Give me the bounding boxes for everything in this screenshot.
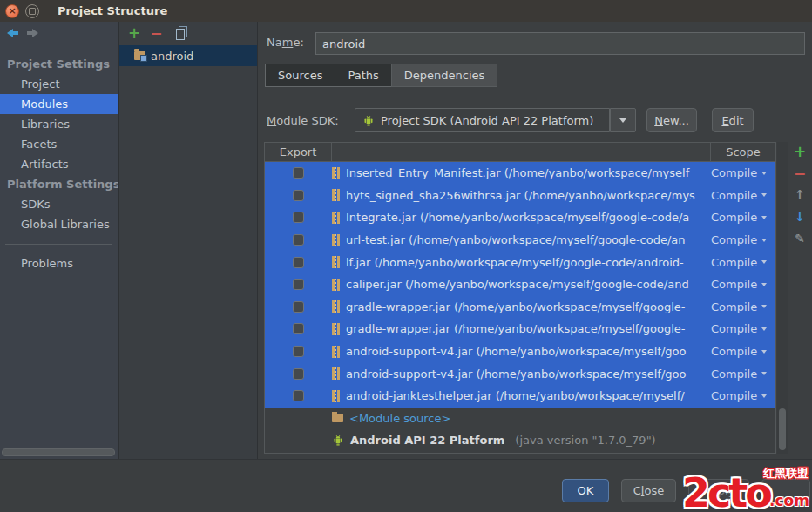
tab-paths[interactable]: Paths [335,64,391,87]
jar-icon [332,189,340,201]
maximize-icon [29,8,36,15]
module-source-row[interactable]: <Module source> [265,408,775,430]
forward-icon[interactable] [27,29,38,37]
sidebar-item-modules[interactable]: Modules [0,94,118,114]
dependency-row[interactable]: caliper.jar (/home/yanbo/workspace/mysel… [265,273,775,296]
edit-pencil-icon[interactable]: ✎ [795,231,805,246]
sdk-entry-name: Android API 22 Platform [350,434,504,447]
module-name-input[interactable] [315,32,805,55]
scope-select[interactable]: Compile [711,300,775,313]
name-column-header[interactable] [332,143,711,162]
back-icon[interactable] [7,29,18,37]
tab-dependencies[interactable]: Dependencies [391,64,498,87]
sidebar-item-problems[interactable]: Problems [0,253,118,273]
dependency-row[interactable]: Inserted_Entry_Manifest.jar (/home/yanbo… [265,162,775,185]
dependency-row[interactable]: android-janktesthelper.jar (/home/yanbo/… [265,385,775,408]
dependency-row[interactable]: lf.jar (/home/yanbo/workspace/myself/goo… [265,251,775,273]
scope-value: Compile [711,389,757,402]
sdk-dropdown-arrow[interactable] [610,108,636,132]
export-checkbox[interactable] [293,368,304,380]
export-checkbox[interactable] [293,234,304,246]
dependency-row[interactable]: gradle-wrapper.jar (/home/yanbo/workspac… [265,318,775,340]
jar-icon [332,390,340,402]
apply-button[interactable]: Apply [688,479,749,502]
module-sdk-label: Module SDK: [267,114,339,127]
edit-sdk-button[interactable]: Edit [712,108,754,132]
new-sdk-button[interactable]: New... [646,108,697,132]
export-checkbox[interactable] [293,301,304,313]
scope-select[interactable]: Compile [711,256,775,269]
move-up-icon[interactable]: ↑ [795,187,806,203]
scope-select[interactable]: Compile [711,278,775,291]
table-vertical-scrollbar[interactable] [777,142,788,454]
sidebar-item-libraries[interactable]: Libraries [0,114,118,134]
dependency-row[interactable]: gradle-wrapper.jar (/home/yanbo/workspac… [265,296,775,319]
scope-select[interactable]: Compile [711,389,775,402]
add-module-icon[interactable]: + [128,25,140,41]
help-button[interactable] [761,479,810,502]
dependency-name: android-support-v4.jar (/home/yanbo/work… [346,345,686,358]
sidebar-item-project[interactable]: Project [0,74,118,94]
close-button[interactable]: Close [621,479,676,502]
module-list-panel: + − android [119,22,258,459]
module-sdk-select[interactable]: Project SDK (Android API 22 Platform) [355,108,610,132]
export-checkbox[interactable] [293,212,304,223]
scope-value: Compile [711,189,757,202]
export-checkbox[interactable] [293,279,304,290]
chevron-down-icon [761,350,767,354]
sidebar-item-global-libraries[interactable]: Global Libraries [0,214,118,234]
dependency-row[interactable]: hyts_signed_sha256withrsa.jar (/home/yan… [265,185,775,207]
chevron-down-icon [761,327,767,331]
scope-select[interactable]: Compile [711,322,775,335]
scope-select[interactable]: Compile [711,345,775,358]
chevron-down-icon [761,239,767,242]
chevron-down-icon [761,216,767,219]
dependency-name: gradle-wrapper.jar (/home/yanbo/workspac… [346,322,685,335]
sidebar-section-platform-settings: Platform Settings [0,174,118,194]
scope-select[interactable]: Compile [711,189,775,202]
export-checkbox[interactable] [293,323,304,334]
dependency-row[interactable]: android-support-v4.jar (/home/yanbo/work… [265,362,775,385]
sdk-dependency-row[interactable]: Android API 22 Platform (java version "1… [265,429,775,452]
module-list-item-android[interactable]: android [119,45,257,66]
export-checkbox[interactable] [293,167,304,179]
export-column-header[interactable]: Export [265,143,332,162]
android-icon [362,114,375,127]
close-window-button[interactable]: × [5,4,19,18]
dependency-row[interactable]: url-test.jar (/home/yanbo/workspace/myse… [265,229,775,252]
copy-module-icon[interactable] [176,28,185,39]
scope-select[interactable]: Compile [711,211,775,224]
move-down-icon[interactable]: ↓ [795,209,806,225]
sidebar-horizontal-scrollbar[interactable] [2,448,115,456]
chevron-down-icon [761,193,767,197]
scope-value: Compile [711,256,757,269]
sidebar-item-artifacts[interactable]: Artifacts [0,154,118,174]
chevron-down-icon [761,283,767,286]
add-dependency-icon[interactable]: + [794,144,806,159]
scope-select[interactable]: Compile [711,166,775,179]
remove-dependency-icon[interactable]: − [794,165,806,181]
dependency-row[interactable]: Integrate.jar (/home/yanbo/workspace/mys… [265,206,775,229]
tab-sources[interactable]: Sources [265,64,335,87]
scope-value: Compile [711,233,757,246]
scope-value: Compile [711,278,757,291]
maximize-window-button[interactable] [25,4,39,18]
ok-button[interactable]: OK [562,479,609,502]
module-name: android [151,50,193,63]
jar-icon [332,167,340,179]
chevron-down-icon [761,172,767,175]
export-checkbox[interactable] [293,190,304,201]
export-checkbox[interactable] [293,257,304,268]
titlebar: × Project Structure [0,0,812,22]
sidebar-item-sdks[interactable]: SDKs [0,194,118,214]
sidebar-item-facets[interactable]: Facets [0,134,118,154]
scrollbar-thumb[interactable] [779,408,786,450]
export-checkbox[interactable] [293,390,304,401]
export-checkbox[interactable] [293,346,304,357]
remove-module-icon[interactable]: − [150,25,162,41]
dependency-row[interactable]: android-support-v4.jar (/home/yanbo/work… [265,340,775,363]
scope-select[interactable]: Compile [711,233,775,246]
scope-column-header[interactable]: Scope [711,143,775,162]
scope-select[interactable]: Compile [711,367,775,381]
dependency-name: Integrate.jar (/home/yanbo/workspace/mys… [346,211,689,224]
